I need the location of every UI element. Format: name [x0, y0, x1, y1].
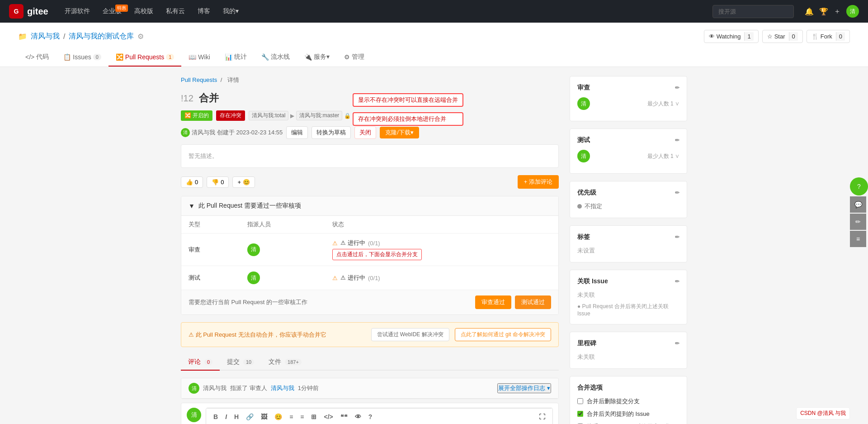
close-pr-button[interactable]: 关闭: [354, 126, 376, 139]
tab-stats[interactable]: 📊 统计: [217, 48, 254, 67]
nav-enterprise[interactable]: 企业版 特惠: [97, 5, 127, 18]
star-count: 0: [789, 32, 798, 41]
expand-log-button[interactable]: 展开全部操作日志 ▾: [497, 383, 551, 393]
webide-conflict-button[interactable]: 尝试通过 WebIDE 解决冲突: [371, 328, 449, 341]
help-editor-button[interactable]: ?: [367, 412, 374, 421]
milestone-edit-icon[interactable]: ✏: [675, 340, 679, 347]
reactions-bar: 👍 0 👎 0 + 😊 + 添加评论: [181, 175, 559, 189]
nav-private-cloud[interactable]: 私有云: [160, 5, 190, 18]
add-icon[interactable]: ＋: [834, 7, 841, 16]
status-text-test: ⚠ 进行中: [340, 274, 365, 282]
test-min-label: 最少人数 1 ∨: [647, 152, 679, 160]
repo-name-link[interactable]: 清风与我的测试仓库: [69, 32, 134, 41]
repo-settings-icon[interactable]: ⚙: [137, 32, 144, 41]
breadcrumb-parent[interactable]: Pull Requests: [181, 76, 217, 83]
ol-button[interactable]: ≡: [298, 412, 306, 421]
logo-text: gitee: [27, 6, 48, 17]
table-button[interactable]: ⊞: [309, 412, 318, 421]
tab-comments[interactable]: 评论 0: [181, 354, 220, 371]
top-icons: 🔔 🏆 ＋ 清: [805, 5, 859, 18]
list-float-button[interactable]: ≡: [850, 231, 866, 247]
tab-pullrequests[interactable]: 🔀 Pull Requests 1: [108, 48, 182, 67]
quote-button[interactable]: ❝❝: [339, 412, 349, 421]
status-badge-test: ⚠ ⚠ 进行中 (0/1): [332, 274, 551, 282]
manage-icon: ⚙: [344, 53, 350, 61]
review-edit-icon[interactable]: ✏: [675, 85, 679, 91]
comment-time: 1分钟前: [298, 384, 319, 392]
emoji-button[interactable]: + 😊: [232, 176, 255, 188]
tab-wiki[interactable]: 📖 Wiki: [181, 48, 217, 67]
nav-mine[interactable]: 我的▾: [217, 5, 244, 18]
label-edit-icon[interactable]: ✏: [675, 234, 679, 240]
bold-button[interactable]: B: [212, 412, 220, 421]
author-name: 清风与我: [192, 129, 215, 137]
branch-arrow: ▶: [290, 113, 294, 119]
search-input[interactable]: [712, 5, 794, 18]
chat-float-button[interactable]: 💬: [850, 196, 866, 213]
checklist-section: ▼ 此 Pull Request 需要通过一些审核项 关型 指派人员 状态 审查…: [181, 196, 559, 315]
edit-button[interactable]: 编辑: [286, 126, 308, 139]
nav-blog[interactable]: 博客: [192, 5, 216, 18]
annotation-3: 点击通过后，下面会显示合并分支: [332, 249, 422, 260]
heading-button[interactable]: H: [232, 412, 241, 421]
notification-icon[interactable]: 🔔: [805, 7, 814, 16]
tab-services[interactable]: 🔌 服务▾: [297, 48, 337, 67]
draft-button[interactable]: 转换为草稿: [311, 126, 351, 139]
preview-button[interactable]: 👁: [353, 412, 363, 421]
approve-button[interactable]: 审查通过: [475, 295, 511, 309]
breadcrumb: Pull Requests / 详情: [181, 76, 559, 84]
issue-edit-icon[interactable]: ✏: [675, 278, 679, 285]
files-badge: 187+: [285, 359, 302, 365]
test-edit-icon[interactable]: ✏: [675, 137, 679, 143]
thumbdown-button[interactable]: 👎 0: [207, 176, 229, 188]
warning-icon-review: ⚠: [332, 240, 338, 247]
label-title: 标签 ✏: [577, 233, 679, 241]
code-button[interactable]: </>: [322, 412, 335, 421]
lock-icon: 🔒: [344, 113, 351, 119]
breadcrumb-separator: /: [221, 76, 224, 83]
tab-commits[interactable]: 提交 10: [220, 354, 261, 371]
repo-owner-link[interactable]: 清风与我: [31, 32, 60, 41]
checklist-header[interactable]: ▼ 此 Pull Request 需要通过一些审核项: [181, 196, 558, 216]
nav-opensource[interactable]: 开源软件: [59, 5, 95, 18]
nav-university[interactable]: 高校版: [129, 5, 159, 18]
merge-checkbox-2[interactable]: [577, 411, 583, 417]
need-action-row: 需要您进行当前 Pull Request 的一些审核工作 审查通过 测试通过: [181, 290, 558, 314]
tab-manage[interactable]: ⚙ 管理: [337, 48, 372, 67]
user-avatar[interactable]: 清: [846, 5, 859, 18]
emoji-editor-button[interactable]: 😊: [273, 412, 284, 421]
edit-float-button[interactable]: ✏: [850, 214, 866, 230]
annotation-2: 存在冲突则必须拉倒本地进行合并: [353, 112, 463, 126]
tab-pipeline[interactable]: 🔧 流水线: [254, 48, 297, 67]
fullscreen-button[interactable]: ⛶: [537, 412, 547, 421]
priority-value: 不指定: [577, 202, 679, 210]
italic-button[interactable]: I: [223, 412, 229, 421]
add-comment-button[interactable]: + 添加评论: [518, 175, 559, 189]
logo[interactable]: G gitee: [9, 4, 48, 19]
ul-button[interactable]: ≡: [288, 412, 295, 421]
star-button[interactable]: ☆ Star 0: [762, 30, 803, 43]
fork-button[interactable]: 🍴 Fork 0: [807, 30, 850, 43]
pr-icon: 🔀: [116, 53, 123, 61]
priority-edit-icon[interactable]: ✏: [675, 190, 679, 196]
test-pass-button[interactable]: 测试通过: [515, 295, 551, 309]
comment-area: 清 清风与我 指派了 审查人 清风与我 1分钟前 展开全部操作日志 ▾: [181, 378, 559, 399]
tab-files[interactable]: 文件 187+: [261, 354, 309, 371]
tab-code[interactable]: </> 代码: [18, 48, 56, 67]
watching-button[interactable]: 👁 Watching 1: [704, 30, 759, 43]
comment-assignee-link[interactable]: 清风与我: [271, 384, 294, 392]
tab-issues[interactable]: 📋 Issues 0: [56, 48, 108, 67]
thumbup-icon: 👍: [186, 179, 193, 186]
merge-checkbox-1[interactable]: [577, 398, 583, 404]
clone-button[interactable]: 克隆/下载▾: [380, 127, 419, 138]
editor-main: 清 B I H 🔗 🖼 😊 ≡ ≡ ⊞ </> ❝❝ 👁: [181, 403, 558, 424]
git-conflict-button[interactable]: 点此了解如何通过 git 命令解决冲突: [455, 328, 551, 341]
help-float-button[interactable]: ?: [850, 177, 868, 195]
link-button[interactable]: 🔗: [244, 412, 255, 421]
thumbup-button[interactable]: 👍 0: [181, 176, 203, 188]
reviewer-avatar: 清: [577, 97, 590, 110]
wiki-icon: 📖: [189, 53, 196, 61]
trophy-icon[interactable]: 🏆: [819, 7, 828, 16]
watching-label: Watching: [717, 33, 741, 40]
image-button[interactable]: 🖼: [259, 412, 269, 421]
